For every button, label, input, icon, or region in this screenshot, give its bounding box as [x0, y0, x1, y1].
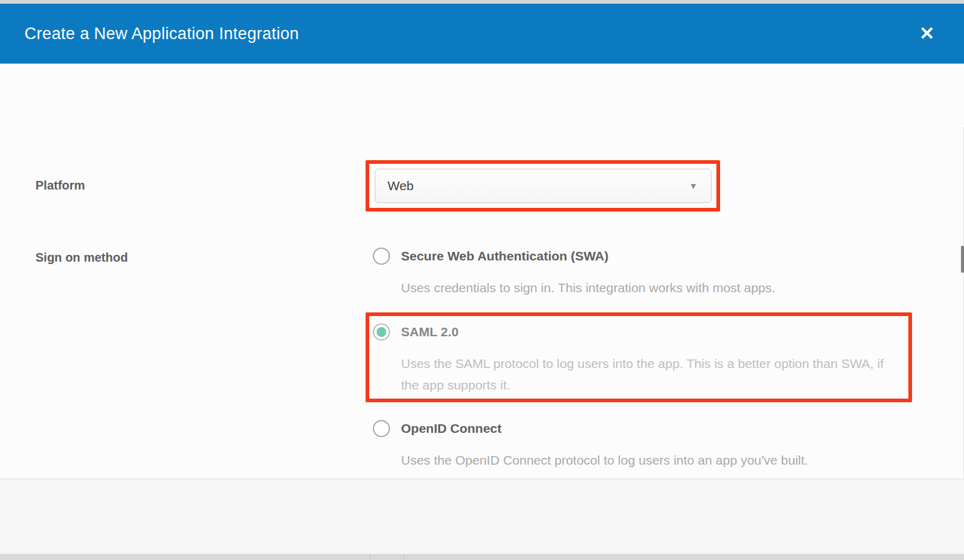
- radio-swa[interactable]: [373, 248, 390, 265]
- radio-row-saml[interactable]: SAML 2.0: [373, 323, 923, 341]
- modal-footer: Create Cancel: [0, 479, 964, 554]
- modal-header: Create a New Application Integration ✕: [0, 4, 964, 64]
- radio-saml[interactable]: [373, 323, 390, 341]
- background-table-divider: [370, 554, 370, 560]
- platform-dropdown-value: Web: [388, 179, 414, 193]
- platform-label: Platform: [35, 179, 85, 193]
- page-bottom-edge: [0, 554, 964, 560]
- modal-screen: Create a New Application Integration ✕ P…: [0, 0, 964, 560]
- modal-body: Platform Sign on method Web ▼ Secure Web…: [0, 64, 964, 479]
- sign-on-option-oidc: OpenID Connect Uses the OpenID Connect p…: [373, 420, 923, 471]
- radio-row-oidc[interactable]: OpenID Connect: [373, 420, 923, 437]
- chevron-down-icon: ▼: [689, 181, 697, 191]
- modal-title: Create a New Application Integration: [24, 24, 299, 43]
- sign-on-method-label: Sign on method: [35, 251, 128, 265]
- radio-saml-description: Uses the SAML protocol to log users into…: [401, 353, 902, 396]
- background-table-divider: [403, 554, 404, 560]
- sign-on-option-saml: SAML 2.0 Uses the SAML protocol to log u…: [373, 323, 923, 396]
- radio-swa-label: Secure Web Authentication (SWA): [401, 249, 609, 263]
- radio-saml-label: SAML 2.0: [401, 325, 458, 339]
- sign-on-option-swa: Secure Web Authentication (SWA) Uses cre…: [373, 248, 923, 298]
- radio-oidc-label: OpenID Connect: [401, 421, 502, 436]
- close-icon[interactable]: ✕: [919, 24, 935, 43]
- radio-swa-description: Uses credentials to sign in. This integr…: [401, 277, 902, 298]
- radio-row-swa[interactable]: Secure Web Authentication (SWA): [373, 248, 923, 265]
- platform-dropdown[interactable]: Web ▼: [375, 169, 712, 203]
- radio-oidc[interactable]: [373, 420, 390, 437]
- radio-oidc-description: Uses the OpenID Connect protocol to log …: [401, 449, 902, 471]
- scrollbar-thumb[interactable]: [961, 246, 964, 273]
